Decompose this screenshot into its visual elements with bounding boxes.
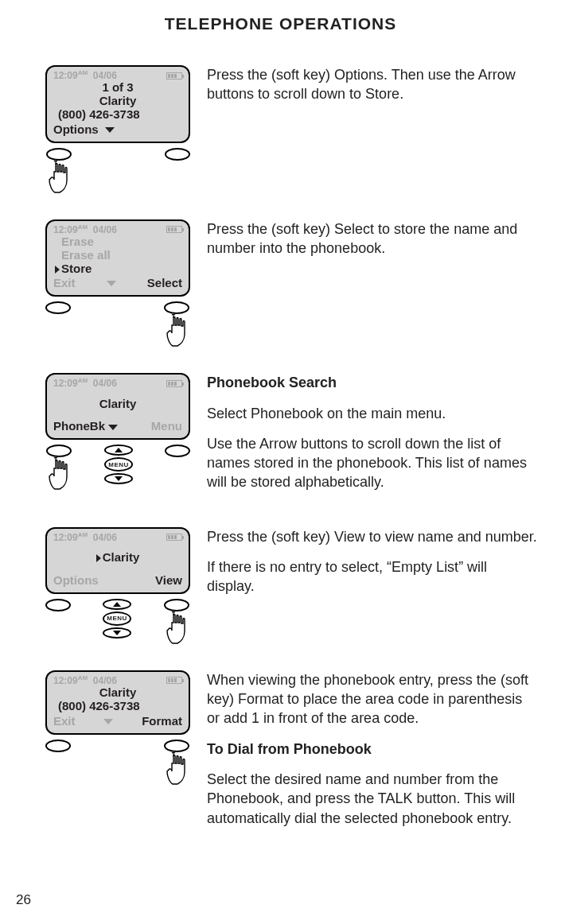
step-2: 12:09AM 04/06 Erase Erase all Store Exit… <box>0 219 561 350</box>
softkey-view[interactable]: View <box>155 574 182 588</box>
cursor-icon <box>96 554 101 562</box>
instruction-text: Press the (soft key) View to view name a… <box>207 527 537 546</box>
left-softkey-button[interactable] <box>45 740 71 752</box>
down-triangle-icon <box>103 719 113 724</box>
instruction-text: Select Phonebook on the main menu. <box>207 404 537 423</box>
cursor-icon <box>55 266 60 274</box>
entry-name: Clarity <box>53 686 182 700</box>
menu-item-erase: Erase <box>53 235 182 249</box>
entry-name: Clarity <box>53 551 182 565</box>
softkey-format[interactable]: Format <box>142 715 182 728</box>
status-bar: 12:09AM 04/06 <box>53 532 182 543</box>
step-4: 12:09AM 04/06 Clarity Options View MENU <box>0 527 561 646</box>
entry-number: (800) 426-3738 <box>53 700 182 713</box>
phone-screen-4: 12:09AM 04/06 Clarity Options View <box>45 527 190 594</box>
caller-count: 1 of 3 <box>53 81 182 95</box>
page-title: TELEPHONE OPERATIONS <box>0 14 561 33</box>
status-bar: 12:09AM 04/06 <box>53 378 182 389</box>
page-number: 26 <box>16 892 31 908</box>
phonebook-search-heading: Phonebook Search <box>207 373 537 392</box>
battery-icon <box>166 72 182 80</box>
status-bar: 12:09AM 04/06 <box>53 675 182 686</box>
right-softkey-button[interactable] <box>164 599 189 611</box>
softkey-options[interactable]: Options <box>53 574 99 588</box>
phone-screen-3: 12:09AM 04/06 Clarity PhoneBk Menu <box>45 373 190 440</box>
softkey-select[interactable]: Select <box>147 277 182 290</box>
hand-pointer-icon <box>45 161 72 196</box>
instruction-text: When viewing the phonebook entry, press … <box>207 670 537 728</box>
left-softkey-button[interactable] <box>45 301 71 314</box>
instruction-text: Select the desired name and number from … <box>207 770 537 828</box>
menu-item-erase-all: Erase all <box>53 249 182 262</box>
softkey-menu[interactable]: Menu <box>151 420 182 433</box>
softkey-phonebk[interactable]: PhoneBk <box>53 420 118 433</box>
softkey-options[interactable]: Options <box>53 123 115 137</box>
right-softkey-button[interactable] <box>165 445 190 457</box>
phone-screen-2: 12:09AM 04/06 Erase Erase all Store Exit… <box>45 219 190 297</box>
caller-number: (800) 426-3738 <box>53 108 182 122</box>
caller-name: Clarity <box>53 95 182 108</box>
down-arrow-button[interactable] <box>104 473 133 484</box>
right-softkey-button[interactable] <box>164 301 189 314</box>
hand-pointer-icon <box>163 611 190 646</box>
left-softkey-button[interactable] <box>45 599 71 611</box>
hand-pointer-icon <box>45 457 72 492</box>
left-softkey-button[interactable] <box>46 148 72 161</box>
right-softkey-button[interactable] <box>164 740 189 752</box>
status-bar: 12:09AM 04/06 <box>53 70 182 81</box>
menu-button[interactable]: MENU <box>103 611 131 626</box>
battery-icon <box>166 534 182 541</box>
softkey-exit[interactable]: Exit <box>53 715 76 728</box>
softkey-exit[interactable]: Exit <box>53 277 76 290</box>
step-5: 12:09AM 04/06 Clarity (800) 426-3738 Exi… <box>0 670 561 839</box>
down-triangle-icon <box>108 425 118 430</box>
battery-icon <box>166 677 182 684</box>
battery-icon <box>166 380 182 387</box>
down-arrow-button[interactable] <box>103 627 131 639</box>
step-1: 12:09AM 04/06 1 of 3 Clarity (800) 426-3… <box>0 65 561 196</box>
step-3: 12:09AM 04/06 Clarity PhoneBk Menu MENU <box>0 373 561 503</box>
up-arrow-button[interactable] <box>103 599 131 610</box>
hand-pointer-icon <box>163 752 190 787</box>
instruction-text: Press the (soft key) Select to store the… <box>207 219 537 258</box>
right-softkey-button[interactable] <box>165 148 190 161</box>
down-triangle-icon <box>105 127 115 133</box>
hand-pointer-icon <box>163 314 190 349</box>
down-triangle-icon <box>107 281 116 286</box>
left-softkey-button[interactable] <box>46 445 72 457</box>
battery-icon <box>166 226 182 233</box>
status-bar: 12:09AM 04/06 <box>53 224 182 235</box>
phone-screen-1: 12:09AM 04/06 1 of 3 Clarity (800) 426-3… <box>45 65 190 143</box>
dial-from-phonebook-heading: To Dial from Phonebook <box>207 740 537 759</box>
instruction-text: If there is no entry to select, “Empty L… <box>207 557 537 596</box>
phone-screen-5: 12:09AM 04/06 Clarity (800) 426-3738 Exi… <box>45 670 190 735</box>
up-arrow-button[interactable] <box>104 445 133 456</box>
instruction-text: Press the (soft key) Options. Then use t… <box>207 65 537 104</box>
menu-button[interactable]: MENU <box>104 457 133 472</box>
instruction-text: Use the Arrow buttons to scroll down the… <box>207 434 537 492</box>
entry-name: Clarity <box>53 398 182 411</box>
menu-item-store: Store <box>53 262 182 276</box>
